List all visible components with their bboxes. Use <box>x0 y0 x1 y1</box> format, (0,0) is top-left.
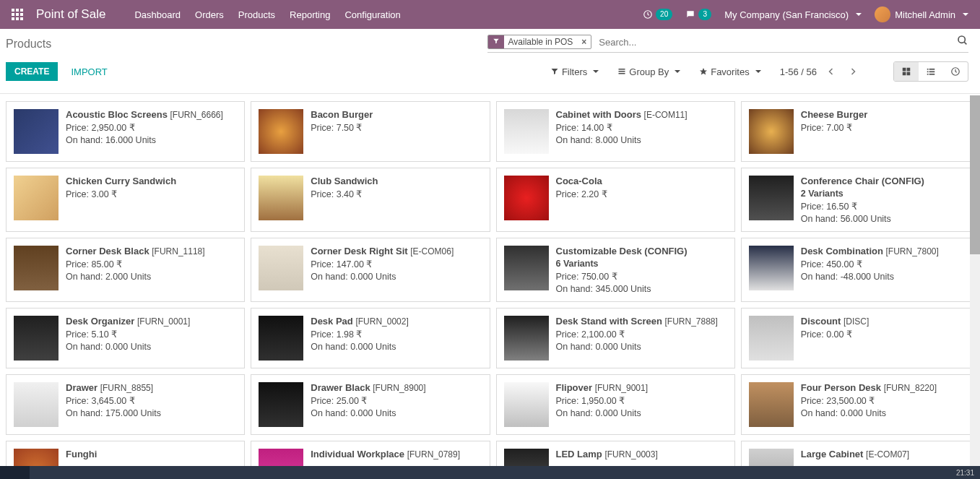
favorites-button[interactable]: Favorites <box>699 66 760 77</box>
product-card[interactable]: Flipover [FURN_9001]Price: 1,950.00 ₹On … <box>496 374 735 435</box>
product-card[interactable]: Desk Pad [FURN_0002]Price: 1.98 ₹On hand… <box>251 308 490 368</box>
svg-rect-19 <box>927 69 929 70</box>
svg-rect-2 <box>20 9 23 12</box>
product-thumbnail <box>749 316 794 361</box>
product-thumbnail <box>14 176 58 220</box>
filter-icon <box>488 35 504 48</box>
svg-rect-6 <box>12 17 14 20</box>
product-variants: 2 Variants <box>801 189 924 199</box>
product-name: Drawer [FURN_8855] <box>66 382 161 393</box>
nav-products[interactable]: Products <box>238 9 275 20</box>
search-icon[interactable] <box>957 35 968 49</box>
product-onhand: On hand: 56.000 Units <box>801 214 924 224</box>
import-button[interactable]: IMPORT <box>71 66 107 77</box>
taskbar-clock: 21:31 <box>956 469 974 470</box>
product-name: Corner Desk Black [FURN_1118] <box>66 246 205 256</box>
product-card[interactable]: Drawer [FURN_8855]Price: 3,645.00 ₹On ha… <box>6 374 245 435</box>
product-code: [FURN_7888] <box>665 316 718 327</box>
product-card[interactable]: Acoustic Bloc Screens [FURN_6666]Price: … <box>6 101 245 162</box>
product-price: Price: 3.00 ₹ <box>66 189 176 199</box>
product-name: Drawer Black [FURN_8900] <box>311 382 425 393</box>
product-card[interactable]: Customizable Desk (CONFIG) 6 VariantsPri… <box>496 238 735 302</box>
svg-rect-24 <box>929 74 935 75</box>
view-switcher <box>893 61 968 82</box>
svg-line-11 <box>964 42 966 44</box>
product-code: [FURN_7800] <box>886 246 939 256</box>
nav-orders[interactable]: Orders <box>195 9 224 20</box>
messages-indicator[interactable]: 3 <box>685 9 711 20</box>
apps-icon[interactable] <box>12 9 23 20</box>
svg-rect-8 <box>20 17 23 20</box>
product-thumbnail <box>259 176 303 220</box>
product-price: Price: 2.20 ₹ <box>556 189 607 199</box>
svg-rect-14 <box>619 73 625 74</box>
product-onhand: On hand: 0.000 Units <box>66 342 190 352</box>
pager-next[interactable] <box>846 63 860 81</box>
product-thumbnail <box>749 109 794 154</box>
kanban-view-button[interactable] <box>894 62 919 81</box>
product-thumbnail <box>749 382 794 427</box>
product-onhand: On hand: 8.000 Units <box>556 135 688 145</box>
product-price: Price: 14.00 ₹ <box>556 122 688 133</box>
product-thumbnail <box>259 382 303 427</box>
brand-title[interactable]: Point of Sale <box>36 7 105 22</box>
company-selector[interactable]: My Company (San Francisco) <box>724 9 862 20</box>
product-card[interactable]: Bacon Burger Price: 7.50 ₹ <box>251 101 490 162</box>
product-card[interactable]: Desk Organizer [FURN_0001]Price: 5.10 ₹O… <box>6 308 245 368</box>
product-card[interactable]: Cabinet with Doors [E-COM11]Price: 14.00… <box>496 101 735 162</box>
product-card[interactable]: Individual Workplace [FURN_0789] <box>251 441 490 470</box>
product-card[interactable]: Cheese Burger Price: 7.00 ₹ <box>741 101 980 162</box>
product-card[interactable]: Large Cabinet [E-COM07] <box>741 441 980 470</box>
product-onhand: On hand: 16.000 Units <box>66 135 223 145</box>
svg-rect-1 <box>16 9 19 12</box>
nav-configuration[interactable]: Configuration <box>344 9 400 20</box>
product-onhand: On hand: -48.000 Units <box>801 272 939 282</box>
product-thumbnail <box>14 246 58 290</box>
product-card[interactable]: Coca-Cola Price: 2.20 ₹ <box>496 168 735 232</box>
activities-indicator[interactable]: 20 <box>643 9 672 20</box>
product-name: Desk Stand with Screen [FURN_7888] <box>556 316 718 327</box>
create-button[interactable]: CREATE <box>6 62 58 81</box>
product-code: [FURN_6666] <box>170 110 223 120</box>
svg-rect-17 <box>903 72 906 76</box>
nav-dashboard[interactable]: Dashboard <box>134 9 181 20</box>
facet-remove[interactable]: × <box>577 35 591 48</box>
nav-reporting[interactable]: Reporting <box>290 9 330 20</box>
product-card[interactable]: Chicken Curry Sandwich Price: 3.00 ₹ <box>6 168 245 232</box>
product-card[interactable]: Discount [DISC]Price: 0.00 ₹ <box>741 308 980 368</box>
product-card[interactable]: Desk Combination [FURN_7800]Price: 450.0… <box>741 238 980 302</box>
product-card[interactable]: Conference Chair (CONFIG) 2 VariantsPric… <box>741 168 980 232</box>
pager-prev[interactable] <box>824 63 838 81</box>
svg-rect-12 <box>619 69 625 70</box>
product-card[interactable]: Corner Desk Right Sit [E-COM06]Price: 14… <box>251 238 490 302</box>
product-card[interactable]: LED Lamp [FURN_0003] <box>496 441 735 470</box>
activities-count: 20 <box>656 9 672 20</box>
product-thumbnail <box>504 382 549 427</box>
messages-count: 3 <box>698 9 711 20</box>
product-code: [FURN_8900] <box>373 383 425 393</box>
activity-view-button[interactable] <box>943 62 968 81</box>
product-thumbnail <box>259 316 303 361</box>
product-card[interactable]: Club Sandwich Price: 3.40 ₹ <box>251 168 490 232</box>
pager: 1-56 / 56 <box>780 63 860 81</box>
product-name: Club Sandwich <box>311 176 378 186</box>
product-card[interactable]: Four Person Desk [FURN_8220]Price: 23,50… <box>741 374 980 435</box>
product-card[interactable]: Funghi <box>6 441 245 470</box>
product-card[interactable]: Corner Desk Black [FURN_1118]Price: 85.0… <box>6 238 245 302</box>
product-card[interactable]: Drawer Black [FURN_8900]Price: 25.00 ₹On… <box>251 374 490 435</box>
search-area: Available in POS × <box>487 35 969 53</box>
product-thumbnail <box>504 176 549 220</box>
search-input[interactable] <box>596 35 953 49</box>
scrollbar[interactable] <box>970 95 980 466</box>
list-view-button[interactable] <box>919 62 943 81</box>
groupby-button[interactable]: Group By <box>617 66 680 77</box>
filters-button[interactable]: Filters <box>550 66 599 77</box>
product-code: [FURN_9001] <box>595 383 648 393</box>
product-code: [FURN_0003] <box>604 449 657 459</box>
product-price: Price: 3.40 ₹ <box>311 189 378 199</box>
product-name: Coca-Cola <box>556 176 607 186</box>
product-card[interactable]: Desk Stand with Screen [FURN_7888]Price:… <box>496 308 735 368</box>
product-name: Bacon Burger <box>311 109 373 120</box>
facet-label: Available in POS <box>504 35 578 48</box>
user-menu[interactable]: Mitchell Admin <box>875 7 968 22</box>
